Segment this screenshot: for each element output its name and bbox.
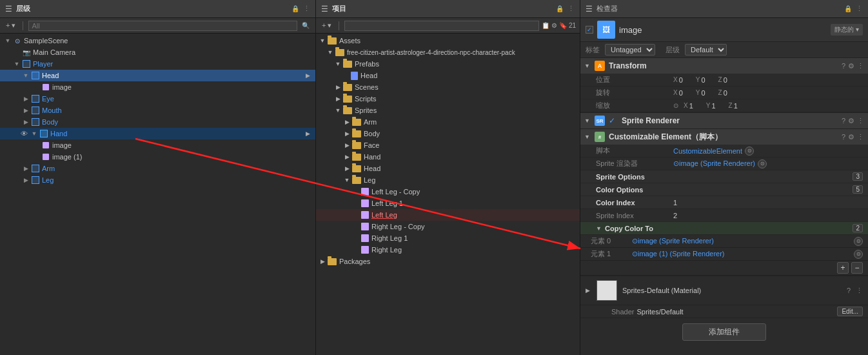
customizable-element-header[interactable]: ▼ # Customizable Element（脚本） ? ⚙ ⋮	[580, 129, 868, 145]
expand-image-hand[interactable]: ▶	[31, 140, 41, 150]
hierarchy-search-button[interactable]: 🔍	[300, 21, 311, 30]
project-icon-3[interactable]: 🔖	[559, 22, 567, 29]
rotation-y-val[interactable]: 0	[701, 89, 705, 97]
tree-item-head[interactable]: ▼ Head ▶	[0, 70, 315, 81]
add-component-button[interactable]: 添加组件	[682, 323, 766, 341]
layer-select[interactable]: Default	[685, 44, 727, 56]
tree-item-leg[interactable]: ▶ Leg	[0, 174, 315, 186]
position-z-val[interactable]: 0	[724, 76, 727, 84]
transform-settings-icon[interactable]: ⚙	[848, 62, 854, 70]
tree-item-image[interactable]: ▶ image	[0, 81, 315, 93]
material-help-icon[interactable]: ?	[847, 287, 851, 294]
custom-elem-settings-icon[interactable]: ⚙	[848, 133, 854, 141]
hierarchy-more-icon[interactable]: ⋮	[303, 5, 310, 13]
folder-sprites[interactable]: ▼ Sprites	[316, 105, 580, 116]
element-1-value[interactable]: ⊙image (1) (Sprite Renderer)	[632, 250, 849, 258]
folder-spr-leg[interactable]: ▼ Leg	[316, 174, 580, 186]
expand-image[interactable]: ▶	[31, 82, 41, 92]
tree-item-samplescene[interactable]: ▼ ⊙ SampleScene	[0, 35, 315, 46]
add-element-button[interactable]: +	[837, 262, 849, 274]
expand-image1-hand[interactable]: ▶	[31, 152, 41, 162]
tree-item-body[interactable]: ▶ Body	[0, 116, 315, 128]
custom-elem-help-icon[interactable]: ?	[842, 133, 845, 141]
folder-spr-hand[interactable]: ▶ Hand	[316, 151, 580, 163]
rotation-x-val[interactable]: 0	[679, 89, 683, 97]
script-value[interactable]: CustomizableElement	[673, 147, 742, 155]
transform-help-icon[interactable]: ?	[842, 62, 845, 70]
element-0-circle-btn[interactable]: ⊙	[854, 237, 863, 246]
inspector-static-badge[interactable]: 静态的 ▾	[831, 24, 863, 36]
expand-arm[interactable]: ▶	[21, 163, 31, 174]
expand-maincamera[interactable]: ▶	[12, 47, 22, 57]
tree-item-maincamera[interactable]: ▶ 📷 Main Camera	[0, 46, 315, 58]
hand-visibility-icon[interactable]: 👁	[21, 130, 28, 137]
project-icon-1[interactable]: 📋	[542, 22, 549, 29]
sprite-renderer-help-icon[interactable]: ?	[842, 117, 845, 125]
project-icon-2[interactable]: ⚙	[551, 22, 557, 29]
sprite-renderer-more-icon[interactable]: ⋮	[857, 117, 864, 125]
tree-item-image-hand[interactable]: ▶ image	[0, 139, 315, 151]
object-active-checkbox[interactable]: ✓	[586, 26, 593, 34]
folder-packages[interactable]: ▶ Packages	[316, 256, 580, 267]
position-x-val[interactable]: 0	[679, 76, 683, 84]
inspector-more-icon[interactable]: ⋮	[856, 5, 863, 13]
tree-item-arm[interactable]: ▶ Arm	[0, 163, 315, 174]
folder-free-citizen[interactable]: ▼ free-citizen-artist-astrologer-4-direc…	[316, 46, 580, 58]
expand-eye[interactable]: ▶	[21, 94, 31, 104]
element-0-value[interactable]: ⊙image (Sprite Renderer)	[632, 237, 849, 245]
scale-z-val[interactable]: 1	[734, 102, 738, 110]
script-circle-btn[interactable]: ⊙	[745, 147, 754, 156]
file-right-leg-1[interactable]: ▶ Right Leg 1	[316, 232, 580, 244]
hierarchy-add-button[interactable]: + ▾	[4, 21, 17, 30]
scale-y-val[interactable]: 1	[711, 102, 715, 110]
folder-scripts[interactable]: ▶ Scripts	[316, 93, 580, 105]
sprite-index-value[interactable]: 2	[673, 212, 863, 219]
tree-item-image1-hand[interactable]: ▶ image (1)	[0, 151, 315, 163]
expand-samplescene[interactable]: ▼	[3, 36, 13, 46]
file-right-leg-copy[interactable]: ▶ Right Leg - Copy	[316, 221, 580, 232]
folder-assets[interactable]: ▼ Assets	[316, 35, 580, 46]
expand-leg[interactable]: ▶	[21, 175, 31, 185]
hierarchy-search-input[interactable]	[28, 21, 297, 31]
tree-item-hand[interactable]: 👁 ▼ Hand ▶	[0, 128, 315, 139]
expand-player[interactable]: ▼	[12, 59, 22, 69]
folder-scenes[interactable]: ▶ Scenes	[316, 81, 580, 93]
folder-spr-arm[interactable]: ▶ Arm	[316, 116, 580, 128]
expand-body[interactable]: ▶	[21, 117, 31, 127]
file-left-leg-1[interactable]: ▶ Left Leg 1	[316, 198, 580, 209]
rotation-z-val[interactable]: 0	[724, 89, 727, 97]
folder-spr-head[interactable]: ▶ Head	[316, 163, 580, 174]
project-search-input[interactable]	[344, 21, 538, 31]
sprite-renderer-check[interactable]: ✓	[609, 116, 615, 125]
sprite-renderer-header[interactable]: ▼ SR ✓ Sprite Renderer ? ⚙ ⋮	[580, 113, 868, 128]
custom-elem-more-icon[interactable]: ⋮	[857, 133, 864, 141]
folder-spr-body[interactable]: ▶ Body	[316, 128, 580, 139]
file-right-leg[interactable]: ▶ Right Leg	[316, 244, 580, 256]
sprite-renderer-circle-btn[interactable]: ⊙	[758, 159, 767, 168]
tree-item-mouth[interactable]: ▶ Mouth	[0, 105, 315, 116]
tree-item-player[interactable]: ▼ Player	[0, 58, 315, 70]
tag-select[interactable]: Untagged	[605, 44, 655, 56]
expand-head[interactable]: ▼	[21, 70, 31, 81]
transform-more-icon[interactable]: ⋮	[857, 62, 864, 70]
sprite-renderer-prop-value[interactable]: ⊙image (Sprite Renderer)	[673, 159, 755, 168]
position-y-val[interactable]: 0	[701, 76, 705, 84]
folder-spr-face[interactable]: ▶ Face	[316, 139, 580, 151]
material-more-icon[interactable]: ⋮	[856, 287, 863, 295]
inspector-object-name[interactable]: image	[619, 25, 827, 35]
shader-edit-button[interactable]: Edit...	[837, 307, 863, 316]
expand-hand[interactable]: ▼	[29, 128, 39, 139]
color-index-value[interactable]: 1	[673, 199, 863, 207]
tree-item-eye[interactable]: ▶ Eye	[0, 93, 315, 105]
element-1-circle-btn[interactable]: ⊙	[854, 250, 863, 259]
sprite-renderer-settings-icon[interactable]: ⚙	[848, 117, 854, 125]
file-prefabs-head[interactable]: ▶ Head	[316, 70, 580, 81]
expand-mouth[interactable]: ▶	[21, 105, 31, 116]
scale-x-val[interactable]: 1	[689, 102, 693, 110]
transform-header[interactable]: ▼ A Transform ? ⚙ ⋮	[580, 58, 868, 74]
project-more-icon[interactable]: ⋮	[567, 5, 575, 13]
file-left-leg-copy[interactable]: ▶ Left Leg - Copy	[316, 186, 580, 198]
remove-element-button[interactable]: −	[851, 262, 863, 274]
file-left-leg[interactable]: ▶ Left Leg	[316, 209, 580, 221]
project-add-button[interactable]: + ▾	[320, 21, 333, 30]
